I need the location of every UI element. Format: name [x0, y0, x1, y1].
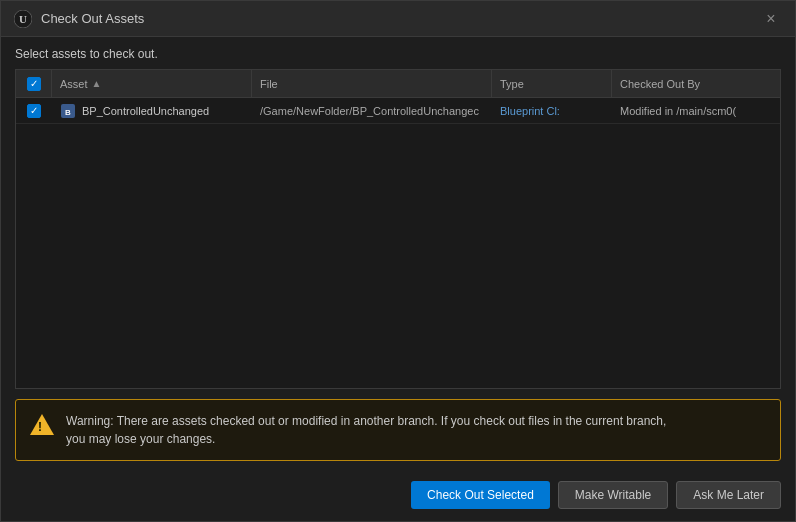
warning-text: Warning: There are assets checked out or…	[66, 412, 666, 448]
row-checkmark-icon: ✓	[30, 106, 38, 116]
warning-icon	[30, 412, 54, 436]
close-button[interactable]: ×	[759, 7, 783, 31]
warning-box: Warning: There are assets checked out or…	[15, 399, 781, 461]
th-checkbox: ✓	[16, 70, 52, 97]
title-bar: U Check Out Assets ×	[1, 1, 795, 37]
ask-later-button[interactable]: Ask Me Later	[676, 481, 781, 509]
ue-logo-icon: U	[13, 9, 33, 29]
svg-text:B: B	[65, 108, 71, 117]
sort-asc-icon: ▲	[92, 78, 102, 89]
dialog-footer: Check Out Selected Make Writable Ask Me …	[1, 481, 795, 521]
warning-triangle-icon	[30, 414, 54, 435]
make-writable-button[interactable]: Make Writable	[558, 481, 668, 509]
th-checkedout[interactable]: Checked Out By	[612, 70, 780, 97]
row-checkbox-cell: ✓	[16, 98, 52, 123]
assets-table: ✓ Asset ▲ File Type Checked Out By	[15, 69, 781, 389]
title-bar-left: U Check Out Assets	[13, 9, 144, 29]
th-asset[interactable]: Asset ▲	[52, 70, 252, 97]
table-body: ✓ B BP_ControlledUnchanged /Ga	[16, 98, 780, 388]
row-file-cell: /Game/NewFolder/BP_ControlledUnchangec	[252, 98, 492, 123]
table-row: ✓ B BP_ControlledUnchanged /Ga	[16, 98, 780, 124]
row-asset-name: BP_ControlledUnchanged	[82, 105, 209, 117]
checkout-selected-button[interactable]: Check Out Selected	[411, 481, 550, 509]
checkmark-icon: ✓	[30, 79, 38, 89]
row-asset-cell: B BP_ControlledUnchanged	[52, 98, 252, 123]
dialog-title: Check Out Assets	[41, 11, 144, 26]
row-checkedout-cell: Modified in /main/scm0(	[612, 98, 780, 123]
row-type-cell: Blueprint Cl:	[492, 98, 612, 123]
svg-text:U: U	[19, 13, 27, 25]
dialog-content: Select assets to check out. ✓ Asset ▲ Fi…	[1, 37, 795, 481]
th-file[interactable]: File	[252, 70, 492, 97]
table-header: ✓ Asset ▲ File Type Checked Out By	[16, 70, 780, 98]
dialog-subtitle: Select assets to check out.	[15, 47, 781, 61]
blueprint-icon: B	[60, 103, 76, 119]
row-checkbox[interactable]: ✓	[27, 104, 41, 118]
th-type[interactable]: Type	[492, 70, 612, 97]
select-all-checkbox[interactable]: ✓	[27, 77, 41, 91]
dialog: U Check Out Assets × Select assets to ch…	[0, 0, 796, 522]
